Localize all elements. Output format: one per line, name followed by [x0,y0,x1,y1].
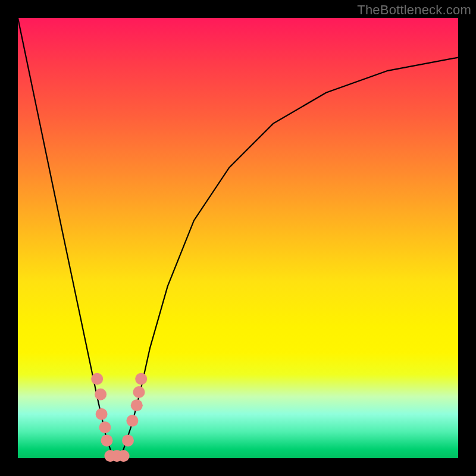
marker-dot [122,434,134,446]
marker-dot [131,399,143,411]
marker-dot [99,421,111,433]
chart-frame: TheBottleneck.com [0,0,476,476]
marker-dot [126,415,138,427]
marker-dot [133,386,145,398]
marker-dot [91,373,103,385]
marker-dot [95,389,107,400]
marker-dot [118,450,130,462]
bottleneck-curve [18,18,458,458]
marker-dot [135,373,147,385]
marker-dot [101,434,113,446]
plot-svg [18,18,458,458]
marker-dot [96,408,108,420]
watermark-text: TheBottleneck.com [357,2,471,18]
marker-dots [91,373,147,462]
plot-area [18,18,458,458]
